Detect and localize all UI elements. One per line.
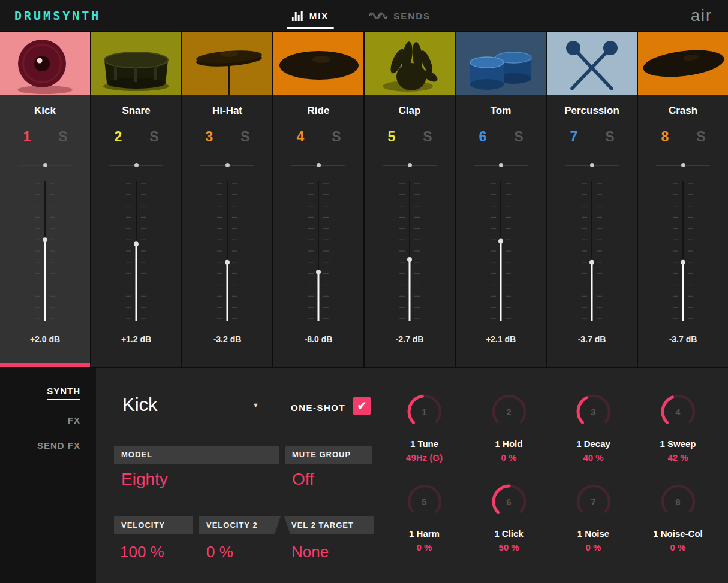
pan-slider[interactable] xyxy=(200,163,254,168)
velocity2-field-header: VELOCITY 2 xyxy=(199,516,281,534)
preset-dropdown[interactable]: Kick ▼ xyxy=(122,394,259,416)
solo-button[interactable]: S xyxy=(237,129,253,145)
sidebar-item-fx[interactable]: FX xyxy=(0,415,96,425)
crash-thumbnail[interactable] xyxy=(638,32,728,95)
vel2-target-value[interactable]: None xyxy=(291,543,329,561)
knob-1-noise[interactable]: 7 xyxy=(574,482,613,521)
channel-strips: Kick1S+2.0 dBSnare2S+1.2 dBHi-Hat3S-3.2 … xyxy=(0,32,728,367)
tab-mix[interactable]: MIX xyxy=(292,0,329,31)
knob-label: 1 Harm xyxy=(409,528,440,539)
solo-button[interactable]: S xyxy=(146,129,162,145)
percussion-thumbnail[interactable] xyxy=(547,32,637,95)
channel-name: Hi-Hat xyxy=(212,105,242,117)
synth-panel: Kick ▼ ONE-SHOT ✔ MODEL Eighty MUTE GROU… xyxy=(96,368,728,583)
channel-name: Tom xyxy=(491,105,512,117)
knob-1-harm[interactable]: 5 xyxy=(405,482,444,521)
solo-button[interactable]: S xyxy=(511,129,527,145)
solo-button[interactable]: S xyxy=(693,129,709,145)
knob-value: 40 % xyxy=(583,452,603,463)
channel-strip-hi-hat[interactable]: Hi-Hat3S-3.2 dB xyxy=(182,32,272,367)
model-value[interactable]: Eighty xyxy=(121,470,168,489)
vel2-target-field-header: VEL 2 TARGET xyxy=(284,516,374,534)
sidebar-item-send-fx[interactable]: SEND FX xyxy=(0,440,96,451)
knob-cell-1-noise-col: 81 Noise-Col0 % xyxy=(636,482,720,552)
channel-name: Ride xyxy=(308,105,330,117)
solo-button[interactable]: S xyxy=(55,129,71,145)
volume-fader[interactable] xyxy=(670,180,696,325)
mix-bars-icon xyxy=(292,11,303,21)
channel-number-row: 4S xyxy=(293,129,344,145)
channel-strip-snare[interactable]: Snare2S+1.2 dB xyxy=(91,32,181,367)
channel-number-row: 3S xyxy=(201,129,253,145)
knob-value: 42 % xyxy=(667,452,688,463)
knob-1-noise-col[interactable]: 8 xyxy=(658,482,698,521)
velocity2-value[interactable]: 0 % xyxy=(206,543,233,561)
one-shot-checkbox[interactable]: ✔ xyxy=(353,397,371,415)
pan-slider[interactable] xyxy=(565,163,619,168)
knob-1-click[interactable]: 6 xyxy=(489,482,529,521)
channel-strip-tom[interactable]: Tom6S+2.1 dB xyxy=(456,32,546,367)
volume-fader[interactable] xyxy=(396,180,423,325)
volume-fader[interactable] xyxy=(305,180,332,325)
pan-handle[interactable] xyxy=(134,163,139,167)
volume-fader[interactable] xyxy=(214,180,240,325)
pan-handle[interactable] xyxy=(681,163,685,167)
hihat-thumbnail[interactable] xyxy=(182,32,272,95)
pan-slider[interactable] xyxy=(656,163,710,168)
knob-label: 1 Tune xyxy=(410,439,438,449)
pan-handle[interactable] xyxy=(499,163,503,167)
sidebar-item-synth[interactable]: SYNTH xyxy=(0,386,96,400)
volume-value: -3.7 dB xyxy=(578,334,606,344)
knob-grid: 11 Tune49Hz (G)21 Hold0 %31 Decay40 %41 … xyxy=(382,392,720,552)
knob-1-tune[interactable]: 1 xyxy=(405,392,444,431)
knob-1-decay[interactable]: 3 xyxy=(574,392,613,431)
channel-strip-crash[interactable]: Crash8S-3.7 dB xyxy=(638,32,728,367)
channel-strip-kick[interactable]: Kick1S+2.0 dB xyxy=(0,32,90,367)
pan-slider[interactable] xyxy=(109,163,163,168)
bottom-section: SYNTH FX SEND FX Kick ▼ ONE-SHOT ✔ MODEL… xyxy=(0,368,728,583)
mute-group-value[interactable]: Off xyxy=(292,470,314,489)
tab-sends[interactable]: SENDS xyxy=(368,0,431,31)
channel-strip-ride[interactable]: Ride4S-8.0 dB xyxy=(273,32,363,367)
pan-handle[interactable] xyxy=(317,163,321,167)
snare-thumbnail[interactable] xyxy=(91,32,181,95)
volume-fader[interactable] xyxy=(579,180,605,325)
channel-number-row: 7S xyxy=(566,129,618,145)
knob-1-sweep[interactable]: 4 xyxy=(658,392,698,431)
pan-handle[interactable] xyxy=(590,163,594,167)
channel-number: 2 xyxy=(110,129,126,145)
pan-slider[interactable] xyxy=(18,163,72,168)
volume-fader[interactable] xyxy=(488,180,514,325)
channel-name: Snare xyxy=(122,105,150,117)
channel-number: 7 xyxy=(566,129,582,145)
channel-strip-percussion[interactable]: Percussion7S-3.7 dB xyxy=(547,32,637,367)
velocity-value[interactable]: 100 % xyxy=(120,543,164,561)
channel-strip-clap[interactable]: Clap5S-2.7 dB xyxy=(365,32,455,367)
knob-value: 0 % xyxy=(501,452,517,463)
ride-thumbnail[interactable] xyxy=(273,32,363,95)
pan-handle[interactable] xyxy=(408,163,412,167)
channel-number: 1 xyxy=(19,129,35,145)
pan-slider[interactable] xyxy=(383,163,437,168)
pan-handle[interactable] xyxy=(225,163,230,167)
sidebar-item-synth-label: SYNTH xyxy=(47,386,80,400)
tab-sends-label: SENDS xyxy=(393,11,431,21)
pan-handle[interactable] xyxy=(43,163,47,167)
knob-number: 5 xyxy=(405,482,444,521)
solo-button[interactable]: S xyxy=(602,129,618,145)
volume-fader[interactable] xyxy=(123,180,149,325)
kick-thumbnail[interactable] xyxy=(0,32,90,95)
knob-number: 4 xyxy=(658,392,698,431)
knob-label: 1 Decay xyxy=(576,439,610,449)
clap-thumbnail[interactable] xyxy=(365,32,455,95)
pan-slider[interactable] xyxy=(474,163,528,168)
check-icon: ✔ xyxy=(357,399,367,413)
tom-thumbnail[interactable] xyxy=(456,32,546,95)
solo-button[interactable]: S xyxy=(329,129,344,145)
knob-number: 2 xyxy=(489,392,529,431)
knob-1-hold[interactable]: 2 xyxy=(489,392,529,431)
volume-fader[interactable] xyxy=(32,180,58,325)
preset-name: Kick xyxy=(122,394,158,416)
solo-button[interactable]: S xyxy=(420,129,435,145)
pan-slider[interactable] xyxy=(291,163,345,168)
